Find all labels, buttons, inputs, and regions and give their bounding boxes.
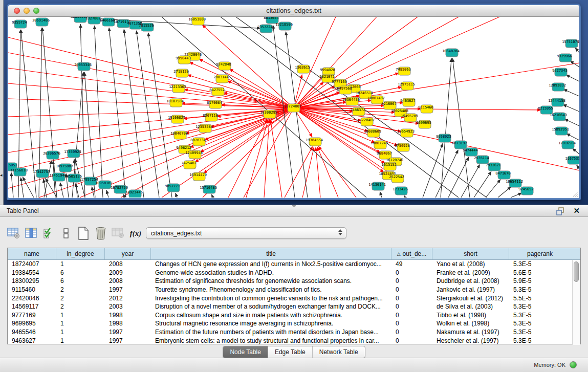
table-cell[interactable]: 0 bbox=[391, 295, 432, 302]
network-node[interactable]: 18807249 bbox=[371, 141, 388, 149]
table-row[interactable]: 946362711997Embryonic stem cells: a mode… bbox=[8, 336, 572, 345]
network-node[interactable]: 12093832 bbox=[549, 83, 566, 91]
table-cell[interactable]: 5.9E-5 bbox=[509, 277, 571, 285]
citation-edge-black[interactable] bbox=[23, 177, 34, 198]
table-cell[interactable]: 22420046 bbox=[8, 295, 56, 302]
table-cell[interactable]: Jankovic et al. (1997) bbox=[432, 286, 509, 293]
network-node[interactable]: 19384554 bbox=[306, 138, 323, 146]
network-node[interactable]: 16210643 bbox=[550, 113, 567, 121]
network-node[interactable]: 12975115 bbox=[398, 82, 415, 90]
citation-edge-black[interactable] bbox=[162, 17, 366, 198]
table-cell[interactable]: 1997 bbox=[105, 286, 151, 293]
panel-collapse-arrow-icon[interactable]: ◂ bbox=[0, 173, 3, 178]
network-node[interactable]: 7486372 bbox=[350, 107, 365, 116]
table-cell[interactable]: 2009 bbox=[105, 269, 151, 276]
table-cell[interactable]: Estimation of significance thresholds fo… bbox=[151, 277, 391, 285]
network-node[interactable]: 7485063 bbox=[396, 67, 411, 75]
network-node[interactable]: 16053809 bbox=[188, 17, 206, 25]
table-cell[interactable]: 2 bbox=[56, 295, 105, 302]
citation-edge-red[interactable] bbox=[189, 62, 294, 108]
table-row[interactable]: 2242004622012Investigating the contribut… bbox=[8, 294, 572, 302]
control-panel-collapsed-strip[interactable]: ◂ bbox=[0, 0, 4, 205]
table-row[interactable]: 1830029562008Estimation of significance … bbox=[8, 277, 572, 286]
delete-table-button[interactable] bbox=[111, 226, 126, 241]
table-cell[interactable]: 9115460 bbox=[8, 286, 56, 293]
network-node[interactable]: 16914479 bbox=[189, 172, 207, 181]
table-cell[interactable]: 9777169 bbox=[8, 312, 56, 319]
float-window-icon[interactable] bbox=[556, 207, 565, 215]
table-cell[interactable]: 5.3E-5 bbox=[509, 320, 571, 327]
network-node[interactable]: 8427552 bbox=[209, 87, 225, 96]
network-node[interactable]: 15495789 bbox=[401, 114, 418, 122]
table-cell[interactable]: 9699695 bbox=[8, 320, 56, 327]
table-cell[interactable]: Corpus callosum shape and size in male p… bbox=[151, 312, 391, 319]
network-node[interactable]: 9115460 bbox=[418, 105, 433, 113]
citation-edge-black[interactable] bbox=[95, 26, 103, 198]
table-cell[interactable]: Tibbo et al. (1998) bbox=[432, 312, 509, 319]
network-node[interactable]: 1167533 bbox=[565, 156, 579, 164]
citation-edge-black[interactable] bbox=[564, 119, 579, 126]
table-row[interactable]: 1872400712008Changes of HCN gene express… bbox=[8, 260, 572, 269]
network-node[interactable]: 7357224 bbox=[257, 25, 273, 33]
network-node[interactable]: 6466160 bbox=[100, 18, 115, 26]
citation-edge-black[interactable] bbox=[21, 178, 24, 198]
table-row[interactable]: 977716911998Corpus callosum shape and si… bbox=[8, 311, 572, 320]
close-panel-icon[interactable]: ✕ bbox=[573, 206, 580, 215]
citation-edge-black[interactable] bbox=[575, 48, 579, 53]
table-cell[interactable]: 5.3E-5 bbox=[509, 303, 571, 310]
window-resize-grip[interactable] bbox=[572, 190, 579, 197]
scrollbar-thumb[interactable] bbox=[574, 261, 579, 282]
table-mode-button[interactable] bbox=[6, 226, 21, 241]
network-node[interactable]: 20691406 bbox=[32, 18, 50, 26]
network-node[interactable]: 19166827 bbox=[168, 115, 185, 123]
table-cell[interactable]: 9463627 bbox=[8, 337, 56, 344]
network-node[interactable]: 9857771 bbox=[165, 184, 180, 192]
citation-edge-black[interactable] bbox=[106, 190, 108, 198]
unselect-all-columns-button[interactable] bbox=[58, 226, 74, 241]
citation-edge-black[interactable] bbox=[563, 89, 579, 96]
network-node[interactable]: 14136141 bbox=[368, 182, 386, 190]
column-header-short[interactable]: short bbox=[432, 248, 509, 259]
table-cell[interactable]: 19384554 bbox=[8, 269, 56, 276]
network-node[interactable]: 15751074 bbox=[562, 39, 579, 48]
table-cell[interactable]: 2012 bbox=[105, 295, 151, 302]
table-cell[interactable]: 2 bbox=[56, 286, 105, 293]
citation-edge-black[interactable] bbox=[11, 172, 13, 198]
citation-edge-black[interactable] bbox=[441, 58, 451, 198]
network-node[interactable]: 9699695 bbox=[416, 120, 431, 128]
network-node[interactable]: 1362615 bbox=[295, 65, 310, 73]
table-cell[interactable]: 5.3E-5 bbox=[509, 312, 571, 319]
column-header-out_de[interactable]: △out_de... bbox=[391, 248, 432, 259]
table-selector-dropdown[interactable]: citations_edges.txt bbox=[146, 227, 346, 239]
network-node[interactable]: 7932621 bbox=[486, 163, 501, 171]
network-node[interactable]: 9474444 bbox=[463, 148, 478, 156]
citation-edge-black[interactable] bbox=[44, 161, 52, 198]
network-node[interactable]: 8958923 bbox=[436, 134, 451, 142]
table-cell[interactable]: 2008 bbox=[105, 277, 151, 285]
column-header-in_degree[interactable]: in_degree bbox=[56, 248, 105, 259]
table-cell[interactable]: Yano et al. (2008) bbox=[432, 260, 509, 268]
select-all-columns-button[interactable] bbox=[41, 226, 56, 241]
network-node[interactable]: 15716485 bbox=[200, 185, 217, 193]
delete-columns-button[interactable] bbox=[93, 226, 108, 241]
table-cell[interactable]: 0 bbox=[391, 337, 432, 344]
network-node[interactable]: 9227343 bbox=[552, 68, 568, 76]
network-node[interactable]: 11451944 bbox=[49, 173, 67, 181]
network-node[interactable]: 8216067 bbox=[381, 101, 397, 110]
network-node[interactable]: 10958187 bbox=[95, 181, 113, 189]
network-node[interactable]: 8471670 bbox=[495, 171, 511, 179]
network-node[interactable]: 15720407 bbox=[357, 118, 375, 126]
network-node[interactable]: 15892951 bbox=[552, 127, 569, 135]
network-node[interactable]: 1733426 bbox=[393, 187, 408, 195]
network-node[interactable]: 16648784 bbox=[442, 49, 460, 57]
network-node[interactable]: 10654112 bbox=[506, 179, 523, 187]
table-cell[interactable]: 5.6E-5 bbox=[509, 269, 571, 276]
table-cell[interactable]: Estimation of the future numbers of pati… bbox=[151, 329, 391, 336]
table-cell[interactable]: Dudbridge et al. (2008) bbox=[432, 277, 509, 285]
citation-edge-red[interactable] bbox=[294, 17, 459, 108]
citation-edge-black[interactable] bbox=[563, 104, 579, 112]
network-node[interactable]: 8170084 bbox=[207, 100, 222, 108]
network-node[interactable]: 9990443 bbox=[176, 56, 191, 64]
table-cell[interactable]: Wolkin et al. (1998) bbox=[432, 320, 509, 327]
table-cell[interactable]: 1997 bbox=[105, 329, 151, 336]
